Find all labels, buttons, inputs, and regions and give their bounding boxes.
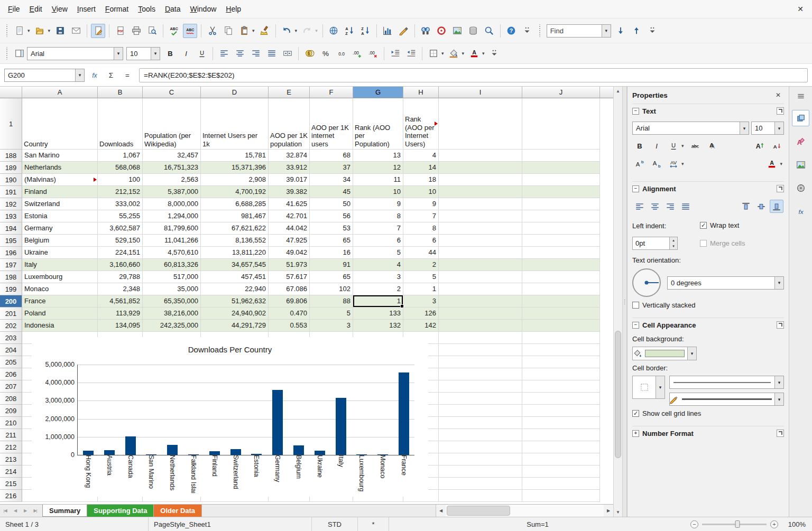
cell-A192[interactable]: Switzerland (22, 198, 98, 210)
cell-C199[interactable]: 35,000 (143, 283, 201, 295)
cell-J198[interactable] (522, 271, 600, 283)
chart-bar-hong-kong[interactable] (83, 451, 94, 455)
add-decimal-button[interactable]: .00 (349, 46, 365, 61)
find-input[interactable]: Find ▾ (547, 24, 611, 38)
navigator-button[interactable] (434, 23, 449, 39)
menu-format[interactable]: Format (100, 2, 133, 16)
cell-G194[interactable]: 7 (353, 222, 403, 235)
cell-I205[interactable] (439, 356, 522, 368)
sidebar-font-size-dropdown-icon[interactable]: ▾ (774, 122, 783, 134)
cell-J202[interactable] (522, 320, 600, 332)
cell-C201[interactable]: 38,216,000 (143, 308, 201, 320)
cell-I198[interactable] (439, 271, 522, 283)
sheet-tab-older-data[interactable]: Older Data (154, 505, 202, 517)
row-header-205[interactable]: 205 (0, 356, 22, 368)
print-preview-button[interactable] (144, 23, 160, 39)
collapse-text-section-icon[interactable]: − (632, 108, 639, 115)
sidebar-menu-icon[interactable] (793, 90, 808, 103)
cell-I196[interactable] (439, 247, 522, 259)
find-replace-button[interactable] (418, 23, 433, 39)
cell-E192[interactable]: 41.625 (269, 198, 310, 210)
cell-E200[interactable]: 69.806 (269, 295, 310, 308)
cell-E1[interactable]: AOO per 1K population (269, 98, 310, 150)
menu-view[interactable]: View (47, 2, 72, 16)
font-color-button[interactable]: A▾ (466, 46, 486, 61)
cell-E195[interactable]: 47.925 (269, 235, 310, 247)
row-header-206[interactable]: 206 (0, 368, 22, 380)
row-header-209[interactable]: 209 (0, 405, 22, 417)
expand-number-format-icon[interactable]: + (632, 430, 639, 437)
cell-G188[interactable]: 13 (353, 150, 403, 162)
row-header-200[interactable]: 200 (0, 295, 22, 308)
row-header-212[interactable]: 212 (0, 441, 22, 453)
number-format-dialog-launcher-icon[interactable] (777, 430, 784, 437)
cell-J189[interactable] (522, 162, 600, 174)
column-header-G[interactable]: G (353, 87, 403, 98)
row-header-198[interactable]: 198 (0, 271, 22, 283)
cell-E201[interactable]: 0.470 (269, 308, 310, 320)
sidebar-font-size-select[interactable]: 10 ▾ (751, 122, 784, 135)
overflow-button[interactable] (487, 46, 502, 61)
cell-F189[interactable]: 37 (310, 162, 353, 174)
decrease-indent-button[interactable] (403, 46, 419, 61)
cell-J197[interactable] (522, 259, 600, 271)
sidebar-splitter[interactable]: ⋮ (622, 87, 627, 517)
cell-B195[interactable]: 529,150 (98, 235, 143, 247)
cell-I207[interactable] (439, 380, 522, 393)
row-header-194[interactable]: 194 (0, 222, 22, 235)
gallery-deck-icon[interactable] (792, 156, 809, 173)
cell-I216[interactable] (439, 490, 522, 502)
cell-G193[interactable]: 8 (353, 210, 403, 222)
navigator-deck-icon[interactable] (792, 180, 809, 196)
cell-F1[interactable]: AOO per 1K internet users (310, 98, 353, 150)
send-email-button[interactable] (68, 23, 84, 39)
align-right-button[interactable] (248, 46, 263, 61)
column-header-C[interactable]: C (143, 87, 201, 98)
cell-J205[interactable] (522, 356, 600, 368)
italic-button[interactable]: I (649, 138, 664, 153)
cell-J1[interactable] (522, 98, 600, 150)
row-header-193[interactable]: 193 (0, 210, 22, 222)
cell-H194[interactable]: 8 (403, 222, 439, 235)
chart-bar-finland[interactable] (209, 451, 220, 455)
window-close-icon[interactable]: ✕ (792, 4, 809, 14)
cell-G1[interactable]: Rank (AOO per Population) (353, 98, 403, 150)
cell-J212[interactable] (522, 441, 600, 453)
alignment-dialog-launcher-icon[interactable] (777, 185, 784, 192)
cell-F198[interactable]: 65 (310, 271, 353, 283)
cell-B1[interactable]: Downloads (98, 98, 143, 150)
cell-A194[interactable]: Germany (22, 222, 98, 235)
cell-I212[interactable] (439, 441, 522, 453)
background-color-dropdown-icon[interactable]: ▾ (461, 51, 466, 56)
column-header-J[interactable]: J (522, 87, 600, 98)
save-button[interactable] (52, 23, 68, 39)
cell-I201[interactable] (439, 308, 522, 320)
cell-border-button[interactable]: ▾ (632, 376, 665, 399)
cell-I188[interactable] (439, 150, 522, 162)
cell-B198[interactable]: 29,788 (98, 271, 143, 283)
sort-ascending-button[interactable]: AZ (342, 23, 357, 39)
cell-F191[interactable]: 45 (310, 186, 353, 198)
column-header-I[interactable]: I (439, 87, 522, 98)
row-header-210[interactable]: 210 (0, 417, 22, 429)
cell-J192[interactable] (522, 198, 600, 210)
cell-B194[interactable]: 3,602,587 (98, 222, 143, 235)
toolbar-grip[interactable] (538, 24, 541, 37)
cell-B197[interactable]: 3,160,660 (98, 259, 143, 271)
cell-D194[interactable]: 67,621,622 (201, 222, 269, 235)
column-header-E[interactable]: E (269, 87, 310, 98)
menu-file[interactable]: File (3, 2, 25, 16)
row-header-211[interactable]: 211 (0, 429, 22, 441)
horizontal-scroll-thumb[interactable] (447, 506, 510, 516)
cell-H189[interactable]: 14 (403, 162, 439, 174)
zoom-out-icon[interactable]: − (690, 520, 698, 528)
cell-J193[interactable] (522, 210, 600, 222)
vertically-stacked-checkbox[interactable]: Vertically stacked (632, 301, 784, 309)
cell-F195[interactable]: 65 (310, 235, 353, 247)
align-top-button[interactable] (739, 199, 753, 213)
align-left-button[interactable] (632, 199, 647, 213)
cell-H201[interactable]: 126 (403, 308, 439, 320)
cell-J210[interactable] (522, 417, 600, 429)
cell-J203[interactable] (522, 332, 600, 344)
row-header-204[interactable]: 204 (0, 344, 22, 356)
